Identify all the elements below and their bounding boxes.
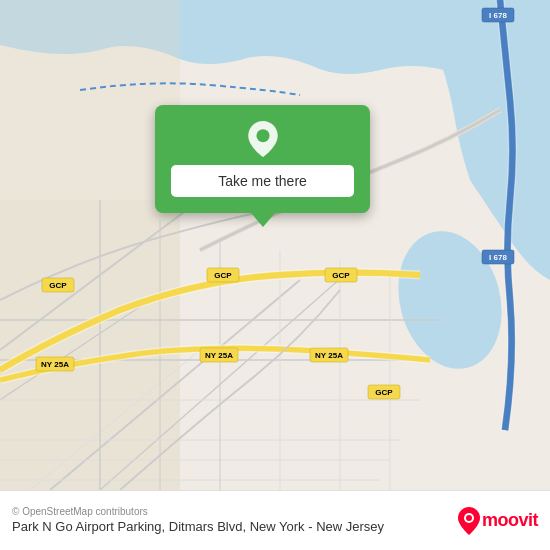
svg-rect-3 (0, 0, 180, 200)
location-pin-icon (245, 121, 281, 157)
osm-credit: © OpenStreetMap contributors (12, 506, 458, 517)
svg-text:NY 25A: NY 25A (205, 351, 233, 360)
svg-point-41 (466, 515, 472, 521)
popup-card: Take me there (155, 105, 370, 213)
location-info: © OpenStreetMap contributors Park N Go A… (12, 506, 458, 536)
svg-text:I 678: I 678 (489, 253, 507, 262)
bottom-bar: © OpenStreetMap contributors Park N Go A… (0, 490, 550, 550)
svg-text:GCP: GCP (214, 271, 232, 280)
location-name: Park N Go Airport Parking, Ditmars Blvd,… (12, 519, 458, 536)
svg-text:GCP: GCP (375, 388, 393, 397)
map-container: GCP GCP GCP GCP NY 25A NY 25A NY 25A I 6… (0, 0, 550, 490)
svg-text:I 678: I 678 (489, 11, 507, 20)
svg-text:NY 25A: NY 25A (41, 360, 69, 369)
take-me-there-button[interactable]: Take me there (171, 165, 354, 197)
svg-point-39 (256, 129, 269, 142)
svg-text:GCP: GCP (49, 281, 67, 290)
moovit-text: moovit (482, 510, 538, 531)
svg-text:GCP: GCP (332, 271, 350, 280)
svg-text:NY 25A: NY 25A (315, 351, 343, 360)
svg-rect-2 (0, 200, 180, 490)
moovit-logo: moovit (458, 507, 538, 535)
moovit-pin-icon (458, 507, 480, 535)
